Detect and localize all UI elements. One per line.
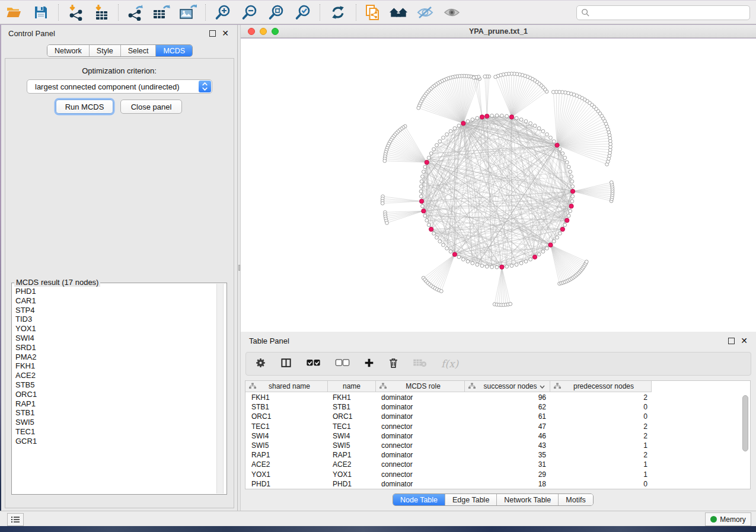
run-mcds-button[interactable]: Run MCDS (56, 100, 113, 114)
mcds-result-item[interactable]: ORC1 (15, 390, 37, 399)
task-history-button[interactable] (7, 513, 24, 526)
dropdown-stepper-icon (199, 81, 211, 92)
toolbar-separator (58, 4, 59, 21)
delete-table-button[interactable] (413, 358, 427, 370)
table-tab-node-table[interactable]: Node Table (393, 494, 445, 505)
show-all-button[interactable] (438, 2, 465, 23)
search-network-button[interactable] (385, 2, 412, 23)
table-row-SWI5[interactable]: SWI5SWI5connector431 (245, 441, 750, 450)
mcds-result-item[interactable]: YOX1 (15, 324, 37, 334)
column-header-MCDS-role[interactable]: MCDS role (376, 381, 465, 392)
column-header-name[interactable]: name (328, 381, 376, 392)
column-header-successor-nodes[interactable]: successor nodes (465, 381, 550, 392)
export-network-button[interactable] (122, 2, 148, 23)
export-table-button[interactable] (148, 2, 174, 23)
float-table-panel-icon[interactable] (728, 338, 735, 344)
eye-icon (443, 5, 461, 20)
mcds-result-item[interactable]: RAP1 (15, 399, 37, 409)
cell: dominator (381, 480, 413, 488)
cell: connector (381, 470, 413, 479)
control-panel-tabs: NetworkStyleSelectMCDS (47, 44, 193, 57)
table-tab-network-table[interactable]: Network Table (497, 494, 559, 505)
table-row-FKH1[interactable]: FKH1FKH1dominator962 (245, 393, 750, 402)
split-view-button[interactable] (280, 357, 292, 371)
deselect-all-button[interactable] (335, 358, 350, 369)
mcds-result-item[interactable]: TEC1 (15, 427, 37, 437)
zoom-out-button[interactable] (236, 2, 263, 23)
refresh-button[interactable] (324, 2, 352, 23)
float-window-icon[interactable] (209, 30, 216, 37)
mcds-result-item[interactable]: PHD1 (15, 287, 37, 296)
network-canvas[interactable] (241, 39, 756, 332)
zoom-in-button[interactable] (209, 2, 236, 23)
close-table-panel-icon[interactable]: ✕ (741, 338, 748, 344)
tab-select[interactable]: Select (121, 45, 157, 56)
network-window-titlebar: YPA_prune.txt_1 (241, 25, 756, 38)
table-panel-title: Table Panel (249, 336, 289, 345)
cell: ACE2 (251, 460, 270, 469)
zoom-selected-icon (295, 4, 311, 21)
add-column-button[interactable] (364, 358, 374, 370)
refresh-icon (330, 5, 346, 20)
mcds-result-item[interactable]: STB5 (15, 380, 37, 390)
delete-column-button[interactable] (388, 357, 398, 371)
homes-icon (389, 5, 408, 20)
export-image-button[interactable] (174, 2, 202, 23)
mcds-result-item[interactable]: GCR1 (15, 437, 37, 446)
table-row-PHD1[interactable]: PHD1PHD1dominator180 (245, 479, 750, 489)
table-row-SWI4[interactable]: SWI4SWI4dominator462 (245, 431, 750, 441)
mcds-result-item[interactable]: PMA2 (15, 352, 37, 362)
clone-network-button[interactable] (360, 2, 385, 23)
tab-mcds[interactable]: MCDS (156, 45, 192, 56)
cell: TEC1 (251, 422, 270, 431)
cell: RAP1 (251, 451, 270, 459)
desktop-wallpaper (0, 526, 756, 532)
mcds-scrollbar[interactable] (216, 284, 224, 493)
table-tab-motifs[interactable]: Motifs (559, 494, 592, 505)
mcds-result-item[interactable]: SWI4 (15, 334, 37, 343)
column-header-shared-name[interactable]: shared name (245, 381, 328, 392)
zoom-fit-button[interactable] (263, 2, 289, 23)
mcds-result-item[interactable]: SRD1 (15, 343, 37, 352)
mcds-result-item[interactable]: TID3 (15, 315, 37, 324)
mcds-result-item[interactable]: CAR1 (15, 296, 37, 306)
table-row-RAP1[interactable]: RAP1RAP1dominator352 (245, 450, 750, 460)
optimization-criterion-label: Optimization criterion: (1, 66, 237, 75)
mcds-result-item[interactable]: ACE2 (15, 371, 37, 380)
table-row-ORC1[interactable]: ORC1ORC1dominator610 (245, 412, 750, 421)
cell: SWI5 (333, 441, 350, 450)
hide-selected-button[interactable] (412, 2, 438, 23)
mcds-result-item[interactable]: SWI5 (15, 418, 37, 427)
toolbar-separator (320, 4, 320, 21)
import-table-button[interactable] (88, 2, 114, 23)
mcds-result-item[interactable]: FKH1 (15, 361, 37, 371)
table-scrollbar[interactable] (742, 395, 748, 451)
close-panel-icon[interactable]: ✕ (222, 30, 229, 37)
table-row-STB1[interactable]: STB1STB1dominator620 (245, 402, 750, 412)
table-tab-edge-table[interactable]: Edge Table (445, 494, 497, 505)
select-all-button[interactable] (306, 358, 321, 369)
table-row-YOX1[interactable]: YOX1YOX1connector291 (245, 470, 750, 479)
close-panel-button[interactable]: Close panel (120, 100, 182, 114)
table-settings-button[interactable] (255, 357, 266, 371)
cell: 18 (465, 480, 546, 488)
criterion-dropdown[interactable]: largest connected component (undirected) (27, 79, 212, 94)
column-header-predecessor-nodes[interactable]: predecessor nodes (550, 381, 652, 392)
save-session-button[interactable] (27, 2, 55, 23)
cell: 0 (550, 412, 647, 421)
open-file-button[interactable] (0, 2, 27, 23)
import-network-button[interactable] (62, 2, 88, 23)
mcds-result-item[interactable]: STB1 (15, 408, 37, 418)
function-builder-button[interactable]: f(x) (441, 358, 458, 370)
search-input[interactable] (576, 5, 750, 20)
zoom-selected-button[interactable] (289, 2, 316, 23)
criterion-value: largest connected component (undirected) (35, 82, 180, 91)
table-row-ACE2[interactable]: ACE2ACE2connector311 (245, 460, 750, 469)
memory-button[interactable]: Memory (705, 512, 751, 526)
main-toolbar (0, 0, 756, 24)
tab-network[interactable]: Network (47, 45, 90, 56)
tab-style[interactable]: Style (90, 45, 121, 56)
cell: 1 (550, 441, 647, 450)
mcds-result-item[interactable]: STP4 (15, 306, 37, 315)
table-row-TEC1[interactable]: TEC1TEC1connector472 (245, 422, 750, 431)
